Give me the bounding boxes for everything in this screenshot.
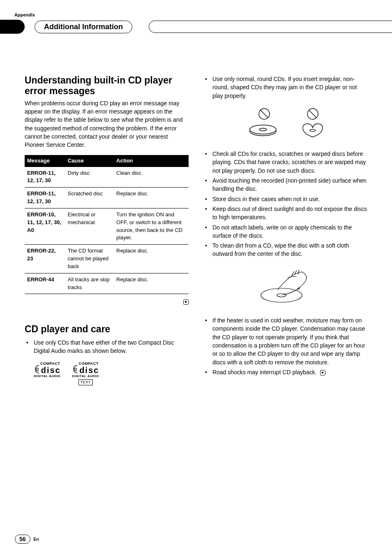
black-tab-shape: [0, 20, 25, 34]
list-item: Use only normal, round CDs. If you inser…: [203, 75, 367, 100]
table-row: ERROR-11, 12, 17, 30 Scratched disc Repl…: [25, 188, 189, 208]
cell-cause: Dirty disc: [65, 167, 114, 188]
cell-message: ERROR-22, 23: [25, 245, 65, 273]
appendix-label: Appendix: [14, 12, 367, 17]
svg-rect-1: [74, 368, 76, 371]
cell-action: Replace disc.: [114, 245, 189, 273]
care-bullets-left: Use only CDs that have either of the two…: [25, 338, 189, 355]
th-message: Message: [25, 155, 65, 167]
cell-message: ERROR-11, 12, 17, 30: [25, 188, 65, 208]
disc-bracket-icon: [34, 365, 39, 374]
list-item: Do not attach labels, write on or apply …: [203, 223, 367, 240]
text-box-label: TEXT: [78, 379, 93, 385]
empty-header-pill: [149, 21, 392, 33]
table-row: ERROR-10, 11, 12, 17, 30, A0 Electrical …: [25, 208, 189, 244]
cell-action: Replace disc.: [114, 188, 189, 208]
bullets-top: Use only normal, round CDs. If you inser…: [203, 75, 367, 100]
cell-action: Clean disc.: [114, 167, 189, 188]
error-table: Message Cause Action ERROR-11, 12, 17, 3…: [25, 155, 189, 294]
svg-rect-0: [36, 368, 38, 371]
list-item: Use only CDs that have either of the two…: [25, 338, 189, 355]
cell-message: ERROR-11, 12, 17, 30: [25, 167, 65, 188]
list-item: Store discs in their cases when not in u…: [203, 195, 367, 203]
list-item: Avoid touching the recorded (non-printed…: [203, 176, 367, 193]
cell-cause: Electrical or mechanical: [65, 208, 114, 244]
disc-label: disc: [78, 366, 98, 374]
irregular-cd-illustration: [203, 107, 367, 142]
cd-care-title: CD player and care: [25, 322, 189, 336]
cell-cause: The CD format cannot be played back: [65, 245, 114, 273]
cell-message: ERROR-44: [25, 273, 65, 294]
error-messages-intro: When problems occur during CD play an er…: [25, 99, 189, 149]
list-item: Check all CDs for cracks, scratches or w…: [203, 150, 367, 175]
list-item: Road shocks may interrupt CD playback.: [203, 368, 367, 376]
bullets-mid: Check all CDs for cracks, scratches or w…: [203, 150, 367, 258]
th-cause: Cause: [65, 155, 114, 167]
page-footer: 56 En: [15, 535, 39, 544]
right-column: Use only normal, round CDs. If you inser…: [203, 50, 367, 385]
list-item: To clean dirt from a CD, wipe the disc w…: [203, 241, 367, 258]
section-end-icon: [183, 299, 189, 305]
table-row: ERROR-22, 23 The CD format cannot be pla…: [25, 245, 189, 273]
cell-cause: Scratched disc: [65, 188, 114, 208]
disc-bracket-icon: [72, 365, 78, 374]
list-item: Keep discs out of direct sunlight and do…: [203, 205, 367, 222]
svg-line-6: [261, 110, 268, 118]
cell-message: ERROR-10, 11, 12, 17, 30, A0: [25, 208, 65, 244]
section-end-icon: [320, 370, 325, 375]
cd-digital-audio-logo: COMPACT disc DIGITAL AUDIO: [34, 361, 60, 386]
cell-action: Replace disc.: [114, 273, 189, 294]
digital-audio-label: DIGITAL AUDIO: [34, 374, 60, 379]
section-end-marker-row: [25, 297, 189, 306]
cd-digital-audio-text-logo: COMPACT disc DIGITAL AUDIO TEXT: [72, 361, 99, 386]
wipe-disc-illustration: [203, 266, 367, 309]
bullets-bottom: If the heater is used in cold weather, m…: [203, 316, 367, 376]
page-number: 56: [15, 535, 30, 544]
error-messages-title: Understanding built-in CD player error m…: [25, 75, 189, 97]
list-item-text: Road shocks may interrupt CD playback.: [212, 369, 317, 375]
table-row: ERROR-44 All tracks are skip tracks Repl…: [25, 273, 189, 294]
disc-label: disc: [40, 366, 60, 374]
section-title-pill: Additional Information: [35, 21, 132, 33]
digital-audio-label: DIGITAL AUDIO: [72, 374, 99, 379]
table-row: ERROR-11, 12, 17, 30 Dirty disc Clean di…: [25, 167, 189, 188]
svg-point-3: [250, 125, 276, 134]
th-action: Action: [114, 155, 189, 167]
page-header: Additional Information: [0, 20, 367, 34]
language-code: En: [34, 537, 39, 542]
list-item: If the heater is used in cold weather, m…: [203, 316, 367, 366]
cd-logo-row: COMPACT disc DIGITAL AUDIO COMPACT disc …: [34, 361, 189, 386]
left-column: Understanding built-in CD player error m…: [25, 50, 189, 385]
cell-action: Turn the ignition ON and OFF, or switch …: [114, 208, 189, 244]
svg-line-9: [309, 110, 316, 118]
cell-cause: All tracks are skip tracks: [65, 273, 114, 294]
